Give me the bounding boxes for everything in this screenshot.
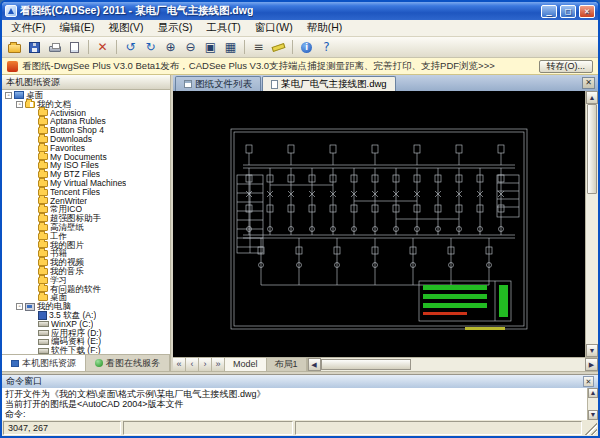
tree-item[interactable]: WinXP (C:) [2,320,170,329]
tree-item[interactable]: Button Shop 4 [2,126,170,135]
tree-item[interactable]: Tencent Files [2,188,170,197]
tree-item[interactable]: 编码资料 (E:) [2,337,170,346]
tree-item[interactable]: My ISO Files [2,161,170,170]
tree-item[interactable]: 学习 [2,276,170,285]
tree-item[interactable]: 软件下载 (F:) [2,346,170,354]
scroll-track[interactable] [411,358,585,371]
sidebar-tab-local[interactable]: 本机图纸资源 [2,355,86,371]
scroll-track[interactable] [588,398,598,410]
tree-expander-minus-icon[interactable]: - [5,92,12,99]
rotate-left-icon[interactable]: ↺ [121,38,140,56]
open-file-icon[interactable] [5,38,24,56]
tree-item[interactable]: 有问题的软件 [2,285,170,294]
scroll-track[interactable] [586,194,598,344]
layers-icon[interactable]: ≡ [249,38,268,56]
menu-item-view[interactable]: 视图(V) [101,20,150,36]
rotate-right-icon[interactable]: ↻ [141,38,160,56]
tree-item[interactable]: 桌面 [2,293,170,302]
command-scrollbar[interactable]: ▲ ▼ [587,388,598,420]
tree-item[interactable]: My Documents [2,153,170,162]
maximize-button[interactable]: □ [560,5,576,18]
tab-drawing[interactable]: 某电厂电气主接线图.dwg [262,76,396,91]
tree-item[interactable]: 我的图片 [2,241,170,250]
tree-item[interactable]: My Virtual Machines [2,179,170,188]
command-prompt[interactable]: 命令: [5,409,584,419]
zoom-out-icon[interactable]: ⊖ [181,38,200,56]
close-button[interactable]: ✕ [579,5,595,18]
tab-file-list[interactable]: 图纸文件列表 [175,76,261,91]
tree-item[interactable]: 工作 [2,232,170,241]
tree-item[interactable]: My BTZ Files [2,170,170,179]
print-icon[interactable] [45,38,64,56]
close-tab-button[interactable]: ✕ [582,77,595,89]
horizontal-scroll-thumb[interactable] [321,359,411,370]
minimize-button[interactable]: _ [541,5,557,18]
sidebar: 本机图纸资源 -桌面-我的文档ActivisionAptana RublesBu… [2,75,170,371]
command-lines: 打开文件为《我的文档\桌面\格式示例\某电厂电气主接线图.dwg》当前打开的图纸… [5,389,584,409]
menu-item-tools[interactable]: 工具(T) [199,20,247,36]
zoom-extents-icon[interactable]: ▦ [221,38,240,56]
info-icon[interactable]: i [297,38,316,56]
scroll-up-button[interactable]: ▲ [588,388,598,398]
title-bar[interactable]: 看图纸(CADSee) 2011 - 某电厂电气主接线图.dwg _ □ ✕ [2,2,598,20]
help-icon[interactable]: ? [317,38,336,56]
globe-icon [95,359,103,367]
measure-icon[interactable] [269,38,288,56]
vertical-scroll-thumb[interactable] [587,104,597,194]
tree-item[interactable]: 超强图标助手 [2,214,170,223]
notice-bar: 看图纸-DwgSee Plus V3.0 Beta1发布，CADSee Plus… [2,58,598,75]
menu-item-help[interactable]: 帮助(H) [300,20,350,36]
layout-nav-prev[interactable]: ‹ [186,358,199,371]
zoom-in-icon[interactable]: ⊕ [161,38,180,56]
layout-nav-last[interactable]: » [212,358,225,371]
scroll-left-button[interactable]: ◀ [308,358,321,371]
menu-item-file[interactable]: 文件(F) [4,20,52,36]
tree-item[interactable]: Activision [2,109,170,118]
drive-icon [38,348,49,354]
notice-action-button[interactable]: 转存(O)... [539,60,594,73]
menu-item-display[interactable]: 显示(S) [150,20,199,36]
tree-expander-minus-icon[interactable]: - [16,303,23,310]
tree-item-label: Button Shop 4 [50,126,104,135]
tree-item[interactable]: Aptana Rubles [2,117,170,126]
command-close-icon[interactable]: ✕ [583,376,594,387]
tree-item[interactable]: Downloads [2,135,170,144]
toolbar-separator [292,40,293,54]
layout-nav-next[interactable]: › [199,358,212,371]
save-icon[interactable] [25,38,44,56]
menu-item-edit[interactable]: 编辑(E) [52,20,101,36]
tree-item[interactable]: 我的视频 [2,258,170,267]
tree-item[interactable]: -我的电脑 [2,302,170,311]
command-history[interactable]: 打开文件为《我的文档\桌面\格式示例\某电厂电气主接线图.dwg》当前打开的图纸… [2,388,587,420]
tree-item[interactable]: 高清壁纸 [2,223,170,232]
document-tab-label: 图纸文件列表 [195,78,252,91]
tree-item[interactable]: 3.5 软盘 (A:) [2,311,170,320]
scroll-down-button[interactable]: ▼ [586,344,598,357]
layout-tabs: Model布局1 [225,358,307,371]
vertical-scrollbar[interactable]: ▲ ▼ [585,91,598,357]
sidebar-tab-online[interactable]: 看图在线服务 [86,355,170,371]
layout-tab-layout1[interactable]: 布局1 [267,358,307,371]
tree-item[interactable]: ZenWriter [2,197,170,206]
layout-nav-first[interactable]: « [173,358,186,371]
tree-item[interactable]: -我的文档 [2,100,170,109]
tree-item-label: 桌面 [50,293,67,302]
print-preview-icon[interactable] [65,38,84,56]
zoom-window-icon[interactable]: ▣ [201,38,220,56]
scroll-up-button[interactable]: ▲ [586,91,598,104]
horizontal-scrollbar[interactable]: ◀ ▶ [307,358,598,371]
resize-grip[interactable] [584,421,597,435]
tree-item[interactable]: Favorites [2,144,170,153]
tree-item[interactable]: 常用ICO [2,205,170,214]
tree-expander-minus-icon[interactable]: - [16,101,23,108]
scroll-down-button[interactable]: ▼ [588,410,598,420]
tree-item[interactable]: 我的音乐 [2,267,170,276]
tree-item[interactable]: 应用程序 (D:) [2,329,170,338]
layout-tab-model[interactable]: Model [225,358,267,371]
close-drawing-icon[interactable]: ✕ [93,38,112,56]
tree-item[interactable]: 书籍 [2,249,170,258]
cad-canvas[interactable] [173,91,585,357]
scroll-right-button[interactable]: ▶ [585,358,598,371]
menu-item-window[interactable]: 窗口(W) [248,20,300,36]
drive-icon [38,321,49,327]
